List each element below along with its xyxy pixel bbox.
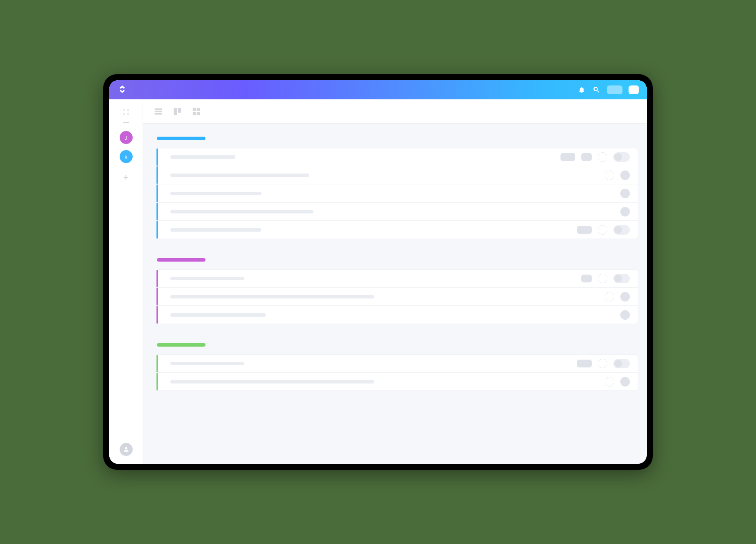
group-status-header[interactable] xyxy=(157,258,205,262)
task-group xyxy=(156,343,638,391)
assignee-empty-icon xyxy=(605,170,614,180)
top-bar xyxy=(109,80,647,99)
svg-rect-10 xyxy=(197,108,200,111)
sidebar-divider xyxy=(123,122,129,123)
task-status-accent xyxy=(156,306,158,324)
task-row[interactable] xyxy=(156,373,638,391)
task-tag xyxy=(581,153,592,161)
workspace-avatar-0[interactable]: J xyxy=(120,131,133,144)
svg-point-0 xyxy=(123,109,125,111)
workspace-avatar-1[interactable]: k xyxy=(120,150,133,163)
assignee-empty-icon xyxy=(598,359,607,368)
task-status-accent xyxy=(156,270,158,287)
box-view-icon[interactable] xyxy=(192,107,201,116)
task-status-accent xyxy=(156,148,158,166)
assignee-empty-icon xyxy=(598,274,607,283)
task-row[interactable] xyxy=(156,166,638,184)
task-title-placeholder xyxy=(170,228,261,232)
task-tag xyxy=(560,153,575,161)
svg-rect-7 xyxy=(174,108,177,115)
task-list-content xyxy=(143,124,647,464)
main-area xyxy=(143,99,647,464)
task-row[interactable] xyxy=(156,221,638,239)
task-status-accent xyxy=(156,184,158,202)
group-status-header[interactable] xyxy=(157,137,205,140)
assignee-avatar xyxy=(620,170,630,180)
group-status-header[interactable] xyxy=(157,343,205,347)
svg-rect-9 xyxy=(193,108,196,111)
header-action-1[interactable] xyxy=(607,85,622,94)
assignee-avatar xyxy=(620,207,630,216)
task-title-placeholder xyxy=(170,313,266,317)
task-row[interactable] xyxy=(156,354,638,373)
task-tag xyxy=(581,275,592,282)
svg-rect-8 xyxy=(178,108,181,112)
assignee-avatar xyxy=(620,292,630,301)
svg-point-2 xyxy=(123,113,125,115)
svg-point-1 xyxy=(127,109,129,111)
assignee-empty-icon xyxy=(605,292,614,301)
sidebar: Jk + xyxy=(109,99,143,464)
assignee-avatar xyxy=(620,377,630,387)
svg-rect-12 xyxy=(197,111,200,115)
spaces-grid-icon[interactable] xyxy=(121,107,131,117)
task-title-placeholder xyxy=(170,155,235,159)
task-toggle[interactable] xyxy=(613,225,630,235)
task-title-placeholder xyxy=(170,295,374,298)
add-space-button[interactable]: + xyxy=(120,171,133,184)
task-tag xyxy=(577,226,592,234)
task-title-placeholder xyxy=(170,277,244,280)
svg-rect-11 xyxy=(193,111,196,115)
assignee-empty-icon xyxy=(605,377,614,387)
task-title-placeholder xyxy=(170,174,309,177)
task-toggle[interactable] xyxy=(613,359,630,368)
list-view-icon[interactable] xyxy=(153,107,163,116)
task-row[interactable] xyxy=(156,306,638,324)
notifications-icon[interactable] xyxy=(577,85,586,94)
profile-button[interactable] xyxy=(120,443,133,456)
task-row[interactable] xyxy=(156,288,638,306)
search-icon[interactable] xyxy=(592,85,601,94)
task-row[interactable] xyxy=(156,148,638,166)
task-row[interactable] xyxy=(156,203,638,221)
header-action-2[interactable] xyxy=(629,85,639,94)
board-view-icon[interactable] xyxy=(173,107,182,116)
device-frame: Jk + xyxy=(103,74,653,470)
task-status-accent xyxy=(156,355,158,372)
svg-point-3 xyxy=(127,113,129,115)
task-row[interactable] xyxy=(156,184,638,203)
assignee-avatar xyxy=(620,189,630,198)
task-status-accent xyxy=(156,373,158,390)
svg-rect-4 xyxy=(155,108,162,110)
app-body: Jk + xyxy=(109,99,647,464)
task-status-accent xyxy=(156,221,158,239)
task-group xyxy=(156,137,638,239)
task-title-placeholder xyxy=(170,362,244,365)
task-toggle[interactable] xyxy=(613,152,630,162)
task-group xyxy=(156,258,638,324)
task-title-placeholder xyxy=(170,192,261,195)
app-logo-icon[interactable] xyxy=(117,85,127,95)
task-status-accent xyxy=(156,288,158,305)
task-toggle[interactable] xyxy=(613,274,630,283)
view-bar xyxy=(143,99,647,124)
task-title-placeholder xyxy=(170,380,374,383)
task-row[interactable] xyxy=(156,269,638,288)
assignee-avatar xyxy=(620,310,630,320)
task-status-accent xyxy=(156,166,158,184)
svg-rect-5 xyxy=(155,111,162,112)
task-title-placeholder xyxy=(170,210,313,213)
assignee-empty-icon xyxy=(598,152,607,162)
assignee-empty-icon xyxy=(598,225,607,235)
svg-rect-6 xyxy=(155,113,162,115)
task-status-accent xyxy=(156,203,158,220)
task-tag xyxy=(577,360,592,367)
app-screen: Jk + xyxy=(109,80,647,464)
